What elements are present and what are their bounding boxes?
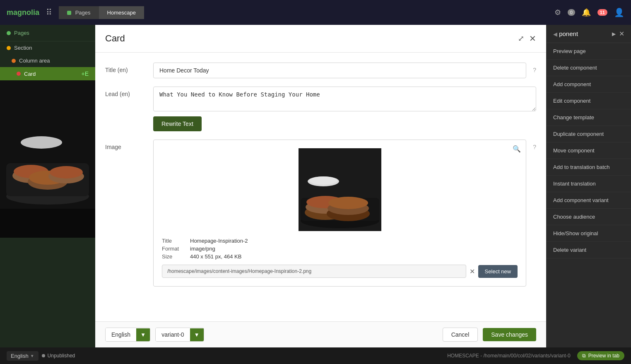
title-label: Title (en): [105, 63, 147, 73]
menu-item-choose-audience[interactable]: Choose audience: [547, 209, 631, 225]
bottom-bar: English ▼ Unpublished HOMESCAPE - /home/…: [0, 347, 631, 364]
lead-form-row: Lead (en) What You Need to Know Before S…: [105, 87, 536, 131]
tree-item-card[interactable]: Card +E: [0, 67, 95, 80]
section-dot: [7, 46, 11, 50]
meta-size-row: Size 440 x 551 px, 464 KB: [162, 253, 518, 260]
pages-label: Pages: [14, 30, 29, 36]
menu-item-instant-translation[interactable]: Instant translation: [547, 176, 631, 192]
settings-badge: 0: [568, 9, 575, 16]
lead-field: What You Need to Know Before Staging You…: [153, 87, 536, 131]
right-panel-title: ◀ ponent: [553, 30, 578, 37]
menu-item-duplicate[interactable]: Duplicate component: [547, 126, 631, 142]
right-panel-header: ◀ ponent ▶ ✕: [547, 25, 631, 43]
bottom-lang-selector[interactable]: English ▼: [7, 351, 39, 361]
preview-tab-icon: ⧉: [582, 353, 586, 359]
tab-pages[interactable]: Pages: [59, 6, 99, 19]
svg-point-21: [309, 176, 337, 185]
section-label: Section: [14, 45, 32, 51]
image-form-row: Image 🔍: [105, 140, 536, 287]
meta-format-value: image/png: [190, 246, 215, 252]
tree-item-section[interactable]: Section: [0, 41, 95, 54]
variant-dropdown-arrow[interactable]: ▼: [190, 328, 204, 341]
svg-point-19: [328, 197, 368, 209]
modal-header: Card ⤢ ✕: [95, 25, 546, 53]
bottom-lang-arrow: ▼: [30, 354, 34, 358]
sidebar-pages[interactable]: Pages: [0, 25, 95, 41]
language-dropdown-arrow[interactable]: ▼: [136, 328, 150, 341]
notification-badge: 11: [597, 9, 607, 16]
bottom-path: HOMESCAPE - /home/main/00/col/02/variant…: [447, 353, 570, 359]
title-help-icon[interactable]: ?: [533, 63, 536, 73]
sidebar-left: Pages Section Column area Card +E: [0, 25, 95, 347]
variant-dropdown: variant-0 ▼: [155, 328, 204, 342]
modal-title: Card: [105, 33, 125, 44]
image-preview: [162, 148, 518, 231]
svg-rect-10: [0, 209, 95, 238]
svg-point-9: [21, 136, 62, 149]
modal-expand-button[interactable]: ⤢: [518, 34, 524, 43]
title-form-row: Title (en) ?: [105, 63, 536, 78]
meta-size-label: Size: [162, 253, 187, 260]
title-input[interactable]: [153, 63, 526, 78]
save-button[interactable]: Save changes: [483, 328, 536, 341]
right-panel-expand-icon[interactable]: ▶: [612, 31, 616, 37]
rewrite-button[interactable]: Rewrite Text: [153, 116, 202, 131]
modal-body: Title (en) ? Lead (en) What You Need to …: [95, 53, 546, 321]
card-label: Card: [24, 71, 36, 77]
pages-dot: [7, 31, 11, 35]
menu-item-translation-batch[interactable]: Add to translation batch: [547, 159, 631, 176]
cancel-button[interactable]: Cancel: [443, 328, 478, 342]
language-dropdown-value: English: [106, 328, 136, 341]
bell-icon[interactable]: 🔔: [582, 8, 591, 17]
modal-close-button[interactable]: ✕: [529, 34, 536, 43]
menu-item-move[interactable]: Move component: [547, 142, 631, 159]
image-label: Image: [105, 140, 147, 150]
language-dropdown: English ▼: [105, 328, 150, 342]
tab-homescape[interactable]: Homescape: [99, 6, 144, 19]
image-search-icon[interactable]: 🔍: [513, 145, 521, 153]
grid-icon[interactable]: ⠿: [46, 7, 52, 17]
title-field: [153, 63, 526, 78]
card-add-btn[interactable]: +E: [81, 70, 89, 77]
menu-item-delete-variant[interactable]: Delete variant: [547, 242, 631, 258]
bottom-language: English: [11, 353, 29, 359]
top-bar: magnolia ⠿ Pages Homescape ⚙ 0 🔔 11 👤: [0, 0, 631, 25]
menu-item-hide-show[interactable]: Hide/Show original: [547, 225, 631, 242]
lead-input[interactable]: What You Need to Know Before Staging You…: [153, 87, 536, 111]
select-new-button[interactable]: Select new: [478, 265, 518, 278]
menu-item-change-template[interactable]: Change template: [547, 109, 631, 126]
menu-item-edit-component[interactable]: Edit component: [547, 93, 631, 109]
preview-image: [0, 80, 95, 238]
unpublished-label: Unpublished: [48, 353, 75, 359]
variant-dropdown-value: variant-0: [156, 328, 190, 341]
lead-label: Lead (en): [105, 87, 147, 97]
preview-tab-button[interactable]: ⧉ Preview in tab: [577, 351, 624, 360]
menu-item-add-variant[interactable]: Add component variant: [547, 192, 631, 209]
menu-item-delete-component[interactable]: Delete component: [547, 60, 631, 76]
tree-item-column[interactable]: Column area: [0, 54, 95, 67]
user-icon[interactable]: 👤: [614, 7, 624, 17]
meta-format-row: Format image/png: [162, 246, 518, 252]
settings-icon[interactable]: ⚙: [554, 8, 561, 17]
image-meta: Title Homepage-Inspiration-2 Format imag…: [162, 238, 518, 260]
image-path-clear-button[interactable]: ✕: [470, 268, 475, 275]
modal-overlay: Card ⤢ ✕ Title (en) ? Lead (en) What You…: [95, 25, 546, 347]
logo: magnolia: [7, 8, 39, 17]
column-label: Column area: [19, 58, 50, 64]
image-help-icon[interactable]: ?: [533, 140, 536, 150]
unpublished-status: Unpublished: [42, 353, 75, 359]
card-dot: [17, 72, 21, 76]
image-field: 🔍: [153, 140, 526, 287]
right-panel: ◀ ponent ▶ ✕ Preview page Delete compone…: [546, 25, 631, 347]
modal-footer: English ▼ variant-0 ▼ Cancel Save change…: [95, 321, 546, 347]
image-section: 🔍: [153, 140, 526, 287]
menu-item-preview-page[interactable]: Preview page: [547, 43, 631, 60]
meta-size-value: 440 x 551 px, 464 KB: [190, 253, 241, 260]
menu-item-add-component[interactable]: Add component: [547, 76, 631, 93]
image-path-input[interactable]: [162, 265, 466, 278]
image-path-row: ✕ Select new: [162, 265, 518, 278]
meta-title-label: Title: [162, 238, 187, 244]
right-panel-close-btn[interactable]: ✕: [619, 30, 624, 38]
unpublished-dot: [42, 354, 45, 357]
image-preview-svg: [299, 148, 381, 231]
